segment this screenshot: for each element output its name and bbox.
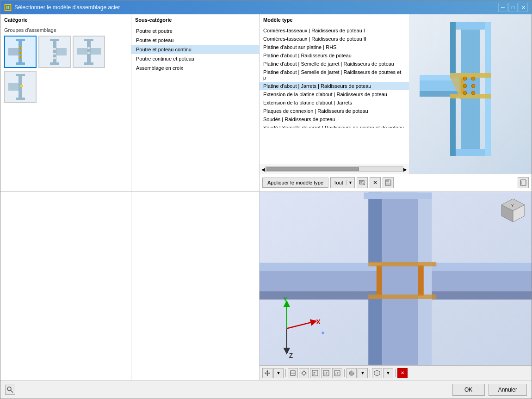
svg-text:X: X (316, 318, 321, 325)
restore-button[interactable]: □ (508, 3, 518, 12)
footer-search-icon[interactable] (5, 385, 15, 395)
model-item-7[interactable]: Extension de la platine d'about | Raidis… (260, 90, 409, 98)
svg-point-63 (471, 91, 475, 95)
title-bar: Sélectionner le modèle d'assemblage acie… (0, 0, 532, 14)
main-content: Catégorie Groupes d'assemblage (0, 14, 532, 380)
thumb-3[interactable] (73, 36, 105, 68)
model-item-2[interactable]: Platine d'about sur platine | RHS (260, 43, 409, 51)
svg-rect-5 (16, 62, 25, 65)
vp-btn-box[interactable] (372, 368, 382, 378)
horizontal-scrollbar[interactable]: ◀ ▶ (260, 165, 409, 174)
svg-text:↓Z: ↓Z (335, 372, 339, 375)
vp-btn-view3[interactable]: Z (310, 368, 320, 378)
subcategory-item-0[interactable]: Poutre et poutre (131, 26, 259, 36)
vp-btn-box-arrow[interactable]: ▼ (383, 368, 393, 378)
svg-rect-72 (260, 263, 382, 271)
thumb-2[interactable] (38, 36, 71, 68)
svg-rect-57 (450, 94, 491, 98)
minimize-button[interactable]: ─ (498, 3, 507, 12)
svg-rect-31 (87, 47, 90, 49)
svg-rect-29 (77, 48, 87, 50)
vp-btn-view1[interactable] (288, 368, 298, 378)
subcategory-item-3[interactable]: Poutre continue et poteau (131, 54, 259, 63)
svg-point-60 (463, 91, 467, 95)
subcategory-item-4[interactable]: Assemblage en croix (131, 63, 259, 73)
nav-cube[interactable]: Y (499, 196, 527, 224)
svg-rect-1 (6, 6, 7, 9)
svg-text:Z: Z (289, 352, 293, 359)
window-title: Sélectionner le modèle d'assemblage acie… (14, 4, 120, 11)
main-window: Sélectionner le modèle d'assemblage acie… (0, 0, 532, 399)
svg-rect-40 (359, 180, 364, 184)
subcategory-item-2[interactable]: Poutre et poteau continu (131, 45, 259, 54)
top-3d-preview (409, 14, 532, 174)
model-type-panel: Modèle type Cornières-tasseaux | Raidiss… (260, 14, 409, 191)
svg-point-13 (19, 52, 21, 54)
svg-rect-4 (16, 39, 25, 41)
svg-rect-34 (16, 74, 25, 76)
model-icon-btn-1[interactable] (357, 177, 368, 188)
model-list-container[interactable]: Cornières-tasseaux | Raidisseurs de pote… (260, 25, 409, 165)
viewport-3d[interactable]: X Y Z (260, 192, 532, 365)
svg-rect-7 (8, 48, 19, 50)
footer-right: OK Annuler (452, 384, 527, 396)
svg-text:Y: Y (511, 203, 514, 208)
bottom-middle-panel (131, 192, 260, 380)
svg-point-12 (19, 47, 21, 49)
vp-btn-view2[interactable] (299, 368, 309, 378)
scrollbar-thumb[interactable] (266, 167, 359, 171)
vp-btn-close[interactable]: ✕ (397, 368, 408, 378)
model-item-9[interactable]: Plaques de connexion | Raidisseurs de po… (260, 107, 409, 115)
svg-point-59 (463, 84, 467, 88)
tout-dropdown[interactable]: Tout ▼ (330, 177, 355, 188)
model-item-4[interactable]: Platine d'about | Semelle de jarret | Ra… (260, 60, 409, 68)
thumb-1[interactable] (4, 36, 37, 68)
svg-rect-8 (8, 54, 19, 55)
vp-btn-shading-arrow[interactable]: ▼ (358, 368, 368, 378)
svg-rect-79 (418, 265, 424, 296)
model-item-1[interactable]: Cornières-tasseaux | Raidisseurs de pote… (260, 35, 409, 43)
vp-btn-view4[interactable]: ↑Z (321, 368, 331, 378)
assembly-thumbnails (0, 34, 131, 105)
close-button[interactable]: ✕ (519, 3, 528, 12)
thumb-4[interactable] (4, 71, 37, 103)
svg-rect-78 (377, 265, 382, 296)
footer-left (5, 385, 15, 395)
model-icon-btn-x[interactable]: ✕ (370, 177, 381, 188)
model-icon-btn-save[interactable] (383, 177, 394, 188)
model-item-0[interactable]: Cornières-tasseaux | Raidisseurs de pote… (260, 26, 409, 35)
svg-rect-16 (50, 39, 59, 41)
cancel-button[interactable]: Annuler (489, 384, 527, 396)
footer-bar: OK Annuler (0, 380, 532, 399)
svg-rect-80 (368, 262, 436, 266)
svg-rect-68 (382, 192, 418, 364)
top-preview-panel: i (409, 14, 532, 191)
model-item-11[interactable]: Soudé | Semelle de jarret | Raidisseurs … (260, 123, 409, 128)
svg-rect-20 (56, 54, 67, 55)
svg-rect-39 (20, 85, 23, 87)
scrollbar-track[interactable] (265, 166, 403, 172)
vp-btn-view5[interactable]: ↓Z (332, 368, 342, 378)
vp-btn-move[interactable] (262, 368, 272, 378)
subcategory-item-1[interactable]: Poutre et poteau (131, 36, 259, 45)
model-item-8[interactable]: Extension de la platine d'about | Jarret… (260, 98, 409, 107)
vp-btn-shading[interactable] (346, 368, 357, 378)
preview-detail-btn[interactable]: i (518, 177, 529, 188)
svg-rect-81 (368, 295, 436, 299)
model-item-3[interactable]: Platine d'about | Raidisseurs de poteau (260, 51, 409, 60)
svg-rect-76 (432, 271, 532, 291)
sep-2 (344, 369, 345, 377)
bottom-left-panel (0, 192, 131, 380)
vp-btn-arrow[interactable]: ▼ (273, 368, 284, 378)
svg-rect-17 (50, 62, 59, 65)
ok-button[interactable]: OK (452, 384, 485, 396)
model-item-5[interactable]: Platine d'about | Semelle de jarret | Ra… (260, 68, 409, 82)
model-item-6[interactable]: Platine d'about | Jarrets | Raidisseurs … (260, 82, 409, 90)
apply-model-button[interactable]: Appliquer le modèle type (262, 178, 328, 188)
model-item-10[interactable]: Soudés | Raidisseurs de poteau (260, 115, 409, 123)
scroll-right-btn[interactable]: ▶ (403, 167, 407, 172)
scroll-left-btn[interactable]: ◀ (261, 167, 265, 172)
svg-rect-46 (386, 183, 390, 185)
subcategory-panel: Sous-catégorie Poutre et poutre Poutre e… (131, 14, 260, 191)
model-panel-inner: Modèle type Cornières-tasseaux | Raidiss… (260, 14, 409, 191)
